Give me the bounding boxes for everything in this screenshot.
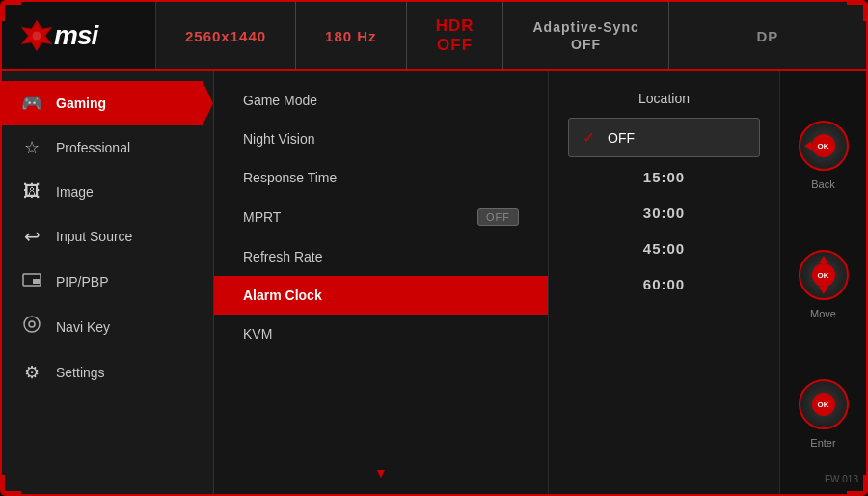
enter-ring: OK (799, 379, 849, 429)
sidebar-item-pip-label: PIP/PBP (56, 274, 108, 289)
back-ok-button[interactable]: OK (812, 134, 835, 157)
navi-key-icon (21, 315, 42, 339)
enter-button-group: OK Enter (799, 379, 849, 449)
checkmark-icon: ✓ (583, 128, 598, 147)
firmware-version: FW 013 (825, 474, 858, 484)
back-left-arrow (804, 141, 812, 151)
resolution-stat: 2560x1440 (156, 2, 296, 69)
move-label: Move (810, 308, 836, 319)
menu-item-alarm-clock[interactable]: Alarm Clock (214, 276, 548, 315)
sidebar-item-gaming[interactable]: 🎮 Gaming (2, 81, 213, 125)
msi-logo-text: msi (54, 20, 97, 51)
sidebar-item-input-label: Input Source (56, 229, 132, 244)
refresh-rate-stat: 180 Hz (296, 2, 407, 69)
sidebar-item-settings-label: Settings (56, 365, 105, 380)
menu-item-night-vision[interactable]: Night Vision (214, 120, 548, 158)
back-ring: OK (799, 121, 849, 171)
sidebar: 🎮 Gaming ☆ Professional 🖼 Image ↩ Input … (2, 71, 214, 496)
dragon-icon (19, 18, 54, 53)
location-label: Location (568, 81, 760, 118)
right-panel: Location ✓ OFF 15:00 30:00 45:00 60:00 (548, 71, 779, 496)
enter-joystick[interactable]: OK (799, 379, 849, 429)
sidebar-item-navi-key[interactable]: Navi Key (2, 303, 213, 350)
menu-item-game-mode[interactable]: Game Mode (214, 81, 548, 120)
pip-icon (21, 271, 42, 291)
move-ring: OK (799, 250, 849, 300)
svg-point-5 (24, 317, 40, 332)
main-area: 🎮 Gaming ☆ Professional 🖼 Image ↩ Input … (2, 71, 866, 496)
settings-icon: ⚙ (21, 362, 42, 383)
svg-rect-4 (33, 279, 40, 284)
move-joystick[interactable]: OK (799, 250, 849, 300)
menu-item-kvm[interactable]: KVM (214, 315, 548, 353)
sidebar-item-professional-label: Professional (56, 140, 130, 155)
monitor-osd: msi 2560x1440 180 Hz HDR OFF Adaptive-Sy… (0, 0, 868, 496)
option-off[interactable]: ✓ OFF (568, 118, 760, 157)
professional-icon: ☆ (21, 137, 42, 158)
option-15[interactable]: 15:00 (568, 159, 760, 195)
back-joystick[interactable]: OK (799, 121, 849, 171)
back-label: Back (811, 179, 834, 190)
control-panel: OK Back OK Move (779, 71, 866, 496)
sidebar-item-navi-label: Navi Key (56, 319, 110, 335)
svg-point-6 (29, 321, 35, 327)
scroll-down-arrow[interactable]: ▼ (214, 457, 548, 488)
menu-item-mprt[interactable]: MPRT OFF (214, 197, 548, 237)
dp-stat: DP (669, 2, 866, 69)
image-icon: 🖼 (21, 181, 42, 202)
logo-section: msi (2, 2, 156, 69)
svg-point-2 (33, 32, 41, 41)
move-button-group: OK Move (799, 250, 849, 319)
sidebar-item-image-label: Image (56, 184, 94, 200)
input-source-icon: ↩ (21, 225, 42, 248)
enter-ok-button[interactable]: OK (812, 393, 835, 416)
sidebar-item-pip-pbp[interactable]: PIP/PBP (2, 260, 213, 303)
sidebar-item-image[interactable]: 🖼 Image (2, 170, 213, 213)
gaming-icon: 🎮 (21, 93, 42, 114)
back-button-group: OK Back (799, 121, 849, 190)
top-bar: msi 2560x1440 180 Hz HDR OFF Adaptive-Sy… (2, 2, 866, 71)
sidebar-item-gaming-label: Gaming (56, 96, 106, 111)
hdr-stat: HDR OFF (407, 2, 504, 69)
move-ok-button[interactable]: OK (812, 263, 835, 287)
move-up-arrow (819, 256, 828, 263)
option-60[interactable]: 60:00 (568, 266, 760, 302)
sidebar-item-professional[interactable]: ☆ Professional (2, 125, 213, 170)
menu-item-refresh-rate[interactable]: Refresh Rate (214, 237, 548, 276)
content-menu: Game Mode Night Vision Response Time MPR… (214, 71, 548, 496)
option-45[interactable]: 45:00 (568, 231, 760, 266)
adaptive-sync-stat: Adaptive-Sync OFF (503, 2, 668, 69)
sidebar-item-input-source[interactable]: ↩ Input Source (2, 213, 213, 260)
sidebar-item-settings[interactable]: ⚙ Settings (2, 350, 213, 395)
move-down-arrow (819, 287, 828, 294)
mprt-toggle[interactable]: OFF (477, 208, 519, 226)
menu-item-response-time[interactable]: Response Time (214, 158, 548, 197)
enter-label: Enter (810, 437, 835, 449)
option-30[interactable]: 30:00 (568, 195, 760, 231)
